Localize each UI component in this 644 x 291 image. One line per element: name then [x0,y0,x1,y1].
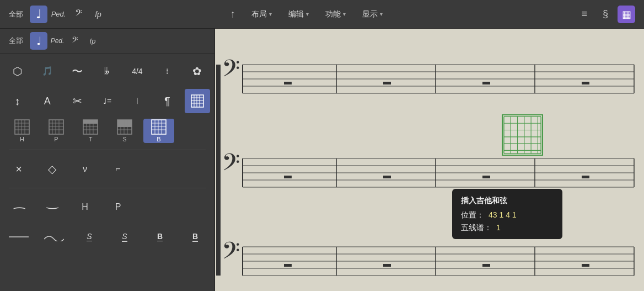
top-toolbar: 全部 ♩ Ped. 𝄢 fp ↑ 布局 ▾ 编辑 ▾ [0,0,644,29]
b-line2-icon: B [192,232,198,242]
svg-rect-55 [284,82,292,84]
paragraph-view-button[interactable]: § [597,6,614,23]
guitar-P-label: P [54,136,58,142]
sym-curve2[interactable]: ⌣ [37,195,66,219]
panel-separator [9,150,206,150]
sym-scissors[interactable]: ✂ [65,89,90,113]
left-panel: 全部 ♩ Ped. 𝄢 fp ⬡ 🎵 〜 𝄫 4/4 ⁞ [0,29,215,291]
guitar-grid-B[interactable]: B [143,119,174,143]
sym-line2[interactable] [40,225,68,249]
sym-trill[interactable]: ⬡ [4,59,30,83]
sym-paragraph[interactable]: ¶ [154,89,180,113]
sym-upbow[interactable]: ν [71,157,99,181]
upbow-icon: ν [83,165,87,173]
b-line-icon: B [157,232,163,241]
sym-line1[interactable] [4,225,33,249]
cat-fp-icon: fp [90,37,96,45]
cat-bass-clef-icon: 𝄢 [72,35,78,47]
chevron-down-icon: ▾ [306,11,309,17]
svg-rect-7 [15,120,29,134]
sym-bar[interactable]: ⁞ [154,59,180,83]
cat-note-icon: ♩ [36,34,41,47]
menu-function[interactable]: 功能 ▾ [319,7,352,22]
svg-rect-88 [503,115,542,155]
guitar-grid-H-icon [14,119,30,135]
s-line-icon: S [87,232,92,241]
sym-interval[interactable]: ↕ [4,89,30,113]
guitar-grid-P[interactable]: P [41,119,72,143]
sym-b-line2[interactable]: B [181,225,210,249]
menu-function-label: 功能 [325,9,341,19]
p-curve-icon: P [115,203,121,211]
paragraph-sym-icon: ¶ [164,96,170,107]
cross-icon: × [15,163,22,174]
toolbar-left: 全部 ♩ Ped. 𝄢 fp [0,6,215,23]
cat-ped[interactable]: Ped. [50,33,65,49]
cat-all[interactable]: 全部 [4,34,28,47]
sym-timesig[interactable]: 4/4 [125,59,150,83]
sym-downbow[interactable]: ⌐ [104,157,132,181]
svg-rect-71 [482,176,490,178]
line1-icon [9,232,29,241]
tab-ped-icon[interactable]: Ped. [50,6,67,23]
guitar-grid-S[interactable]: S [109,119,140,143]
lines-view-button[interactable]: ≡ [576,6,593,23]
cat-fp[interactable]: fp [85,33,100,49]
note2-icon: 🎵 [42,67,53,76]
tempo-icon: ♩= [103,97,111,105]
sym-diamond[interactable]: ◇ [37,157,66,181]
sym-curve1[interactable]: ⌢ [4,195,33,219]
scissors-icon: ✂ [73,96,82,107]
grid-view-button[interactable]: ▦ [618,6,635,23]
chevron-down-icon: ▾ [343,11,346,17]
menu-layout[interactable]: 布局 ▾ [245,7,278,22]
svg-rect-58 [582,82,589,84]
tab-bass-icon[interactable]: 𝄢 [69,6,87,23]
sym-s-line2[interactable]: S [110,225,139,249]
sym-text-a[interactable]: A [34,89,60,113]
guitar-grid-S-icon [117,119,132,135]
score-svg: 𝄢 𝄢 [215,29,644,291]
svg-rect-86 [582,264,589,267]
tab-all[interactable]: 全部 [4,8,28,21]
cat-bass[interactable]: 𝄢 [67,33,83,49]
sym-slur[interactable]: 𝄀 [125,89,150,113]
guitar-grid-B-icon [151,119,167,135]
sym-s-line[interactable]: S [75,225,104,249]
sym-note2[interactable]: 🎵 [34,59,60,83]
sym-tempo[interactable]: ♩= [94,89,120,113]
note-icon: ♩ [36,7,41,22]
svg-rect-72 [582,176,589,178]
guitar-grid-H[interactable]: H [7,119,37,143]
menu-display[interactable]: 显示 ▾ [356,7,389,22]
sym-ornament[interactable]: ✿ [185,59,210,83]
bass-clef-icon: 𝄢 [75,8,82,20]
tab-note-icon[interactable]: ♩ [30,6,47,23]
sym-guitar-selected[interactable] [185,89,210,113]
sym-b-line[interactable]: B [146,225,174,249]
guitar-grid-P-icon [49,119,64,135]
sym-tilde[interactable]: 〜 [65,59,90,83]
symbol-grid: ⬡ 🎵 〜 𝄫 4/4 ⁞ ✿ ↕ A ✂ ♩= 𝄀 ¶ [0,54,214,291]
up-arrow-icon: ↑ [230,8,235,20]
extra-symbols-row: × ◇ ν ⌐ [4,156,210,182]
sym-flat[interactable]: 𝄫 [94,59,120,83]
right-icon-group: ≡ § ▦ [576,6,635,23]
chord-grid-svg [503,115,542,155]
panel-separator-2 [9,188,206,188]
chord-diagram[interactable] [502,114,543,156]
symbol-row-2: ↕ A ✂ ♩= 𝄀 ¶ [4,88,210,114]
curve2-icon: ⌣ [45,202,59,213]
ornament-icon: ✿ [192,66,202,77]
sym-h-curve[interactable]: H [71,195,99,219]
cat-note[interactable]: ♩ [30,32,47,50]
sym-cross[interactable]: × [4,157,33,181]
sym-p-curve[interactable]: P [104,195,132,219]
curve1-icon: ⌢ [12,202,26,213]
guitar-grid-T[interactable]: T [75,119,106,143]
tab-fp-icon[interactable]: fp [89,6,107,23]
menu-edit[interactable]: 编辑 ▾ [282,7,315,22]
paragraph-icon: § [603,8,608,20]
svg-rect-29 [117,120,132,127]
up-arrow-button[interactable]: ↑ [224,6,242,23]
